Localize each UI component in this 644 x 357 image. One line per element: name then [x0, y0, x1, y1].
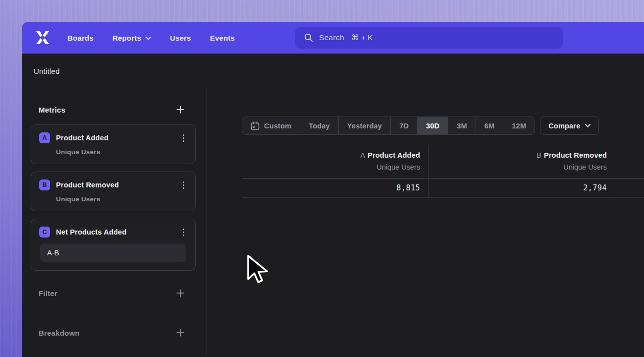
range-12m[interactable]: 12M [503, 117, 535, 134]
nav-item-boards[interactable]: Boards [67, 34, 94, 42]
metric-card-b[interactable]: B Product Removed Unique Users [31, 172, 196, 211]
column-subtitle: Unique Users [429, 163, 607, 171]
nav-label: Reports [112, 34, 141, 42]
range-label: 6M [484, 122, 495, 130]
metric-measurement[interactable]: Unique Users [56, 148, 187, 156]
metric-card-c[interactable]: C Net Products Added A-B [31, 219, 196, 271]
results-table: AProduct Added Unique Users 8,815 BProdu… [242, 145, 644, 198]
metrics-section-header: Metrics [22, 102, 207, 117]
range-label: 7D [399, 122, 409, 130]
range-label: 3M [457, 122, 467, 130]
query-builder-sidebar: Metrics A Product Added Unique Users [22, 89, 207, 357]
filter-label: Filter [39, 289, 57, 298]
column-series-letter: B [537, 151, 541, 159]
column-header[interactable]: BProduct Removed Unique Users [429, 145, 615, 178]
column-title: Product Added [368, 151, 420, 159]
column-header[interactable]: AProduct Added Unique Users [242, 145, 429, 178]
metric-badge: A [39, 132, 50, 143]
kebab-menu-icon[interactable] [180, 180, 187, 190]
column-subtitle: Unique Users [242, 163, 420, 171]
desktop-background: Boards Reports Users Events Search ⌘ + K [0, 0, 644, 357]
metric-badge: C [39, 227, 50, 238]
search-icon [304, 33, 313, 42]
nav-label: Boards [67, 34, 94, 42]
report-header: Untitled [22, 54, 644, 89]
breakdown-label: Breakdown [39, 329, 80, 337]
nav-items: Boards Reports Users Events [67, 34, 235, 42]
column-series-letter: A [360, 151, 365, 159]
app-window: Boards Reports Users Events Search ⌘ + K [22, 22, 644, 357]
calendar-icon [251, 121, 260, 130]
nav-item-users[interactable]: Users [170, 34, 191, 42]
metric-title: Product Removed [56, 181, 180, 189]
report-title[interactable]: Untitled [34, 67, 59, 75]
result-column-b: BProduct Removed Unique Users 2,794 [429, 145, 615, 198]
metric-card-a[interactable]: A Product Added Unique Users [31, 124, 196, 164]
nav-label: Events [210, 34, 235, 42]
metrics-label: Metrics [39, 106, 65, 114]
add-metric-button[interactable] [175, 104, 186, 115]
range-yesterday[interactable]: Yesterday [338, 117, 390, 134]
kebab-menu-icon[interactable] [180, 133, 187, 143]
range-custom[interactable]: Custom [242, 117, 300, 134]
metric-title: Product Added [56, 134, 180, 142]
range-label: 12M [512, 122, 526, 130]
range-label: Today [309, 122, 330, 130]
search-input[interactable]: Search ⌘ + K [295, 27, 563, 49]
column-title: Product Removed [544, 151, 607, 159]
plus-icon [176, 105, 185, 114]
range-6m[interactable]: 6M [476, 117, 503, 134]
range-label: 30D [426, 122, 439, 130]
plus-icon [176, 328, 185, 337]
filter-section-header: Filter [22, 286, 207, 300]
formula-input[interactable]: A-B [40, 243, 186, 262]
range-label: Yesterday [347, 122, 382, 130]
nav-item-events[interactable]: Events [210, 34, 235, 42]
nav-label: Users [170, 34, 191, 42]
date-range-toolbar: Custom Today Yesterday 7D 30D 3M 6M 12M … [242, 117, 644, 135]
range-30d-selected[interactable]: 30D [417, 117, 448, 134]
chevron-down-icon [585, 124, 590, 127]
metric-measurement[interactable]: Unique Users [56, 195, 187, 203]
compare-button[interactable]: Compare [540, 117, 599, 135]
range-today[interactable]: Today [300, 117, 338, 134]
top-navbar: Boards Reports Users Events Search ⌘ + K [22, 22, 644, 54]
plus-icon [176, 289, 185, 298]
table-cell-value[interactable]: 2,794 [429, 178, 615, 198]
result-column-empty [615, 145, 644, 198]
compare-label: Compare [548, 122, 580, 130]
kebab-menu-icon[interactable] [180, 227, 187, 238]
result-column-a: AProduct Added Unique Users 8,815 [242, 145, 429, 198]
nav-item-reports[interactable]: Reports [112, 34, 151, 42]
breakdown-section-header: Breakdown [22, 325, 207, 340]
search-placeholder: Search [319, 33, 344, 42]
chevron-down-icon [146, 37, 151, 40]
report-main-panel: Custom Today Yesterday 7D 30D 3M 6M 12M … [207, 89, 644, 357]
search-shortcut: ⌘ + K [351, 33, 373, 42]
mixpanel-logo-icon[interactable] [34, 30, 52, 45]
add-breakdown-button[interactable] [175, 327, 186, 338]
range-7d[interactable]: 7D [390, 117, 417, 134]
range-label: Custom [264, 122, 291, 130]
metric-badge: B [39, 179, 50, 190]
metric-title: Net Products Added [56, 228, 180, 236]
range-3m[interactable]: 3M [448, 117, 476, 134]
table-cell-value[interactable]: 8,815 [242, 178, 429, 198]
date-range-segmented-control: Custom Today Yesterday 7D 30D 3M 6M 12M [242, 117, 535, 135]
add-filter-button[interactable] [175, 288, 186, 298]
